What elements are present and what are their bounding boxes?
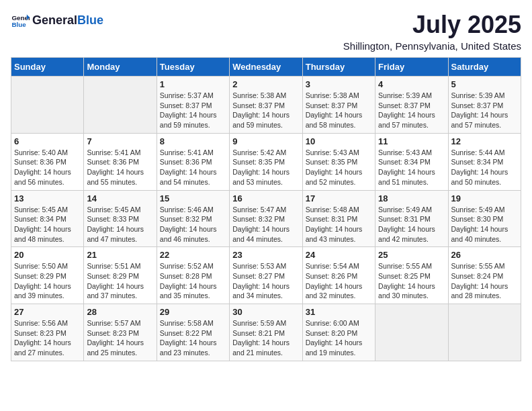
day-info: Sunrise: 5:44 AM Sunset: 8:34 PM Dayligh…: [451, 148, 518, 187]
calendar-cell: 11Sunrise: 5:43 AM Sunset: 8:34 PM Dayli…: [375, 133, 448, 190]
logo: General Blue GeneralBlue: [11, 11, 103, 30]
day-number: 6: [14, 136, 81, 146]
day-info: Sunrise: 5:45 AM Sunset: 8:33 PM Dayligh…: [87, 205, 153, 244]
weekday-header-saturday: Saturday: [448, 58, 521, 77]
calendar-cell: [448, 304, 521, 361]
calendar-week-row: 20Sunrise: 5:50 AM Sunset: 8:29 PM Dayli…: [11, 247, 521, 304]
calendar-cell: 29Sunrise: 5:58 AM Sunset: 8:22 PM Dayli…: [157, 304, 229, 361]
day-number: 13: [14, 193, 81, 203]
generalblue-logo-icon: General Blue: [11, 11, 30, 30]
day-info: Sunrise: 5:49 AM Sunset: 8:30 PM Dayligh…: [451, 205, 518, 244]
weekday-header-thursday: Thursday: [302, 58, 375, 77]
day-info: Sunrise: 5:48 AM Sunset: 8:31 PM Dayligh…: [306, 205, 372, 244]
day-info: Sunrise: 5:52 AM Sunset: 8:28 PM Dayligh…: [160, 261, 226, 301]
calendar-cell: 10Sunrise: 5:43 AM Sunset: 8:35 PM Dayli…: [302, 133, 375, 190]
svg-text:Blue: Blue: [11, 21, 26, 28]
calendar-cell: 2Sunrise: 5:38 AM Sunset: 8:37 PM Daylig…: [230, 77, 302, 134]
day-number: 12: [451, 136, 518, 146]
calendar-body: 1Sunrise: 5:37 AM Sunset: 8:37 PM Daylig…: [11, 77, 521, 361]
day-info: Sunrise: 5:59 AM Sunset: 8:21 PM Dayligh…: [232, 318, 299, 358]
weekday-header-friday: Friday: [375, 58, 448, 77]
day-number: 20: [14, 250, 81, 260]
day-info: Sunrise: 5:58 AM Sunset: 8:22 PM Dayligh…: [160, 318, 226, 358]
calendar-cell: 1Sunrise: 5:37 AM Sunset: 8:37 PM Daylig…: [157, 77, 229, 134]
calendar-cell: 25Sunrise: 5:55 AM Sunset: 8:25 PM Dayli…: [375, 247, 448, 304]
day-info: Sunrise: 5:43 AM Sunset: 8:34 PM Dayligh…: [378, 148, 445, 187]
calendar-week-row: 13Sunrise: 5:45 AM Sunset: 8:34 PM Dayli…: [11, 190, 521, 247]
calendar-cell: 22Sunrise: 5:52 AM Sunset: 8:28 PM Dayli…: [157, 247, 229, 304]
calendar-cell: 23Sunrise: 5:53 AM Sunset: 8:27 PM Dayli…: [230, 247, 302, 304]
calendar-week-row: 6Sunrise: 5:40 AM Sunset: 8:36 PM Daylig…: [11, 133, 521, 190]
day-number: 28: [87, 307, 153, 317]
day-number: 16: [232, 193, 299, 203]
day-number: 30: [232, 307, 299, 317]
day-info: Sunrise: 5:41 AM Sunset: 8:36 PM Dayligh…: [87, 148, 153, 187]
calendar-cell: 24Sunrise: 5:54 AM Sunset: 8:26 PM Dayli…: [302, 247, 375, 304]
day-info: Sunrise: 5:53 AM Sunset: 8:27 PM Dayligh…: [232, 261, 299, 301]
day-info: Sunrise: 5:56 AM Sunset: 8:23 PM Dayligh…: [14, 318, 81, 358]
day-number: 15: [160, 193, 226, 203]
calendar-cell: 3Sunrise: 5:38 AM Sunset: 8:37 PM Daylig…: [302, 77, 375, 134]
calendar-table: SundayMondayTuesdayWednesdayThursdayFrid…: [11, 57, 521, 361]
day-number: 3: [306, 79, 372, 89]
calendar-week-row: 27Sunrise: 5:56 AM Sunset: 8:23 PM Dayli…: [11, 304, 521, 361]
weekday-header-sunday: Sunday: [11, 58, 84, 77]
calendar-cell: [11, 77, 84, 134]
day-number: 18: [378, 193, 445, 203]
day-number: 23: [232, 250, 299, 260]
calendar-cell: [375, 304, 448, 361]
day-info: Sunrise: 5:45 AM Sunset: 8:34 PM Dayligh…: [14, 205, 81, 244]
calendar-cell: 9Sunrise: 5:42 AM Sunset: 8:35 PM Daylig…: [230, 133, 302, 190]
calendar-cell: 31Sunrise: 6:00 AM Sunset: 8:20 PM Dayli…: [302, 304, 375, 361]
day-number: 14: [87, 193, 153, 203]
logo-general-text: General: [32, 13, 77, 28]
calendar-cell: 21Sunrise: 5:51 AM Sunset: 8:29 PM Dayli…: [84, 247, 157, 304]
calendar-cell: 14Sunrise: 5:45 AM Sunset: 8:33 PM Dayli…: [84, 190, 157, 247]
calendar-cell: 5Sunrise: 5:39 AM Sunset: 8:37 PM Daylig…: [448, 77, 521, 134]
day-number: 8: [160, 136, 226, 146]
day-number: 9: [232, 136, 299, 146]
day-info: Sunrise: 5:51 AM Sunset: 8:29 PM Dayligh…: [87, 261, 153, 301]
calendar-cell: 4Sunrise: 5:39 AM Sunset: 8:37 PM Daylig…: [375, 77, 448, 134]
day-number: 17: [306, 193, 372, 203]
day-number: 11: [378, 136, 445, 146]
calendar-cell: 15Sunrise: 5:46 AM Sunset: 8:32 PM Dayli…: [157, 190, 229, 247]
logo-blue-text: Blue: [77, 13, 103, 28]
day-number: 22: [160, 250, 226, 260]
day-info: Sunrise: 5:38 AM Sunset: 8:37 PM Dayligh…: [232, 91, 299, 130]
calendar-cell: 13Sunrise: 5:45 AM Sunset: 8:34 PM Dayli…: [11, 190, 84, 247]
calendar-header: SundayMondayTuesdayWednesdayThursdayFrid…: [11, 58, 521, 77]
day-number: 27: [14, 307, 81, 317]
calendar-cell: 28Sunrise: 5:57 AM Sunset: 8:23 PM Dayli…: [84, 304, 157, 361]
calendar-cell: 8Sunrise: 5:41 AM Sunset: 8:36 PM Daylig…: [157, 133, 229, 190]
calendar-cell: 12Sunrise: 5:44 AM Sunset: 8:34 PM Dayli…: [448, 133, 521, 190]
title-area: July 2025 Shillington, Pennsylvania, Uni…: [343, 11, 521, 52]
day-info: Sunrise: 5:50 AM Sunset: 8:29 PM Dayligh…: [14, 261, 81, 301]
header: General Blue GeneralBlue July 2025 Shill…: [11, 11, 521, 52]
day-number: 29: [160, 307, 226, 317]
weekday-header-monday: Monday: [84, 58, 157, 77]
day-number: 31: [306, 307, 372, 317]
weekday-header-tuesday: Tuesday: [157, 58, 229, 77]
day-info: Sunrise: 5:40 AM Sunset: 8:36 PM Dayligh…: [14, 148, 81, 187]
day-info: Sunrise: 5:39 AM Sunset: 8:37 PM Dayligh…: [378, 91, 445, 130]
day-info: Sunrise: 5:37 AM Sunset: 8:37 PM Dayligh…: [160, 91, 226, 130]
day-info: Sunrise: 5:39 AM Sunset: 8:37 PM Dayligh…: [451, 91, 518, 130]
calendar-cell: 6Sunrise: 5:40 AM Sunset: 8:36 PM Daylig…: [11, 133, 84, 190]
day-info: Sunrise: 5:43 AM Sunset: 8:35 PM Dayligh…: [306, 148, 372, 187]
day-info: Sunrise: 5:47 AM Sunset: 8:32 PM Dayligh…: [232, 205, 299, 244]
day-info: Sunrise: 5:41 AM Sunset: 8:36 PM Dayligh…: [160, 148, 226, 187]
calendar-cell: 26Sunrise: 5:55 AM Sunset: 8:24 PM Dayli…: [448, 247, 521, 304]
day-number: 4: [378, 79, 445, 89]
calendar-cell: 20Sunrise: 5:50 AM Sunset: 8:29 PM Dayli…: [11, 247, 84, 304]
day-number: 25: [378, 250, 445, 260]
day-number: 2: [232, 79, 299, 89]
calendar-subtitle: Shillington, Pennsylvania, United States: [343, 40, 521, 52]
day-number: 1: [160, 79, 226, 89]
day-number: 26: [451, 250, 518, 260]
calendar-week-row: 1Sunrise: 5:37 AM Sunset: 8:37 PM Daylig…: [11, 77, 521, 134]
day-info: Sunrise: 5:55 AM Sunset: 8:24 PM Dayligh…: [451, 261, 518, 301]
day-info: Sunrise: 5:42 AM Sunset: 8:35 PM Dayligh…: [232, 148, 299, 187]
calendar-cell: 30Sunrise: 5:59 AM Sunset: 8:21 PM Dayli…: [230, 304, 302, 361]
day-number: 19: [451, 193, 518, 203]
